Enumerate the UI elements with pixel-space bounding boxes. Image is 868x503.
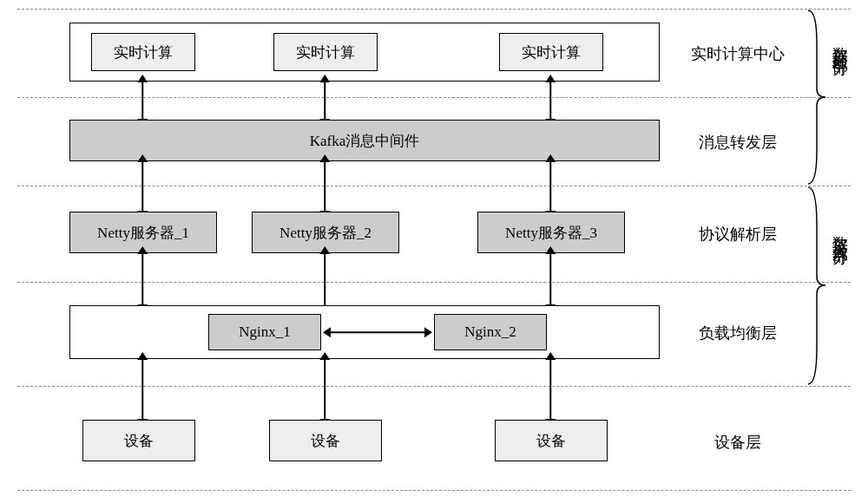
netty-label: Netty服务器_3	[505, 223, 597, 243]
section-label-processing: 数据处理部分	[830, 35, 851, 50]
netty-label: Netty服务器_1	[97, 223, 189, 243]
device-box-3: 设备	[495, 420, 608, 461]
row-label-realtime: 实时计算中心	[686, 43, 790, 64]
arrow-vertical	[550, 253, 552, 305]
device-label: 设备	[124, 431, 154, 451]
kafka-label: Kafka消息中间件	[310, 131, 420, 151]
row-label-loadbalance: 负载均衡层	[686, 323, 790, 343]
arrow-vertical	[325, 161, 326, 212]
arrow-vertical	[550, 359, 552, 420]
arrow-vertical	[325, 82, 326, 120]
arrow-vertical	[142, 82, 144, 120]
realtime-label: 实时计算	[296, 42, 355, 62]
kafka-box: Kafka消息中间件	[69, 120, 660, 161]
arrow-vertical	[142, 253, 144, 305]
arrow-horizontal	[330, 332, 425, 334]
realtime-label: 实时计算	[522, 42, 581, 62]
realtime-label: 实时计算	[114, 42, 173, 62]
section-label-access: 数据接入部分	[830, 224, 851, 239]
nginx-box-2: Nginx_2	[434, 314, 547, 350]
divider	[17, 9, 851, 10]
divider	[17, 490, 851, 491]
device-label: 设备	[536, 431, 566, 451]
realtime-box-1: 实时计算	[91, 33, 195, 71]
brace-icon	[804, 9, 830, 186]
device-label: 设备	[311, 431, 340, 451]
realtime-box-3: 实时计算	[499, 33, 603, 71]
architecture-diagram: 实时计算 实时计算 实时计算 实时计算中心 Kafka消息中间件 消息转发层 N…	[17, 9, 851, 494]
nginx-label: Nginx_2	[464, 323, 516, 341]
device-box-2: 设备	[269, 420, 382, 461]
arrow-vertical	[142, 359, 144, 420]
nginx-label: Nginx_1	[239, 323, 291, 341]
row-label-device: 设备层	[686, 432, 790, 453]
arrow-vertical	[550, 161, 552, 212]
realtime-box-2: 实时计算	[273, 33, 378, 71]
nginx-box-1: Nginx_1	[208, 314, 321, 350]
device-box-1: 设备	[82, 420, 195, 461]
row-label-message: 消息转发层	[686, 132, 790, 153]
row-label-protocol: 协议解析层	[686, 224, 790, 245]
arrow-vertical	[142, 161, 144, 212]
arrow-vertical	[325, 359, 326, 420]
brace-icon	[804, 186, 830, 386]
arrow-vertical	[550, 82, 552, 120]
netty-label: Netty服务器_2	[279, 223, 372, 243]
